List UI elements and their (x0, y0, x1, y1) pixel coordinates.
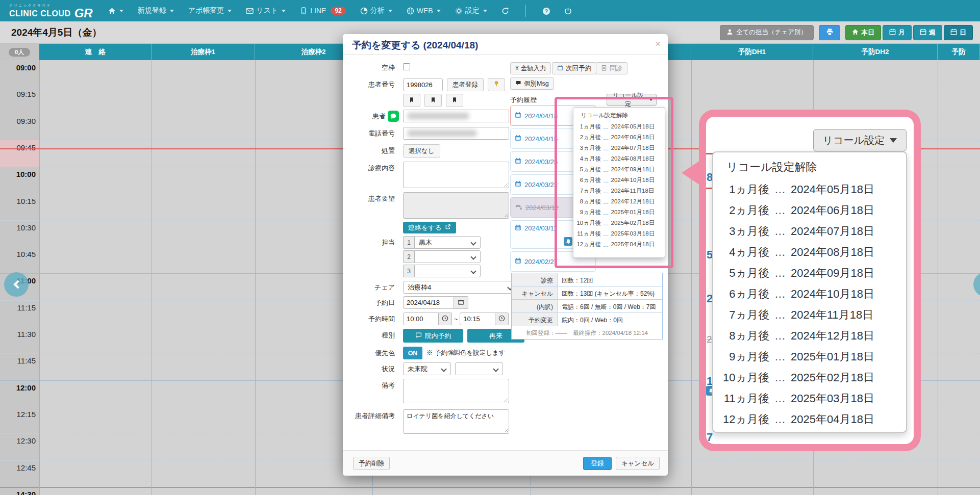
patient-name-input[interactable] (403, 110, 509, 122)
nav-list[interactable]: リスト (246, 6, 286, 15)
phone-input[interactable] (403, 127, 509, 140)
bookmark-button[interactable] (403, 94, 420, 107)
column-header-8[interactable]: 予防 (938, 44, 980, 60)
empty-slot-checkbox[interactable] (403, 63, 410, 70)
recall-option[interactable]: 1ヵ月後…2024年05月18日 (573, 121, 665, 132)
submit-button[interactable]: 登録 (583, 457, 612, 470)
nav-line[interactable]: LINE 92 (300, 7, 345, 15)
nav-refresh[interactable] (501, 7, 509, 15)
nav-logout[interactable] (564, 7, 572, 15)
bookmark-button[interactable] (424, 94, 442, 107)
stats-row-value: 電話：6回 / 無断：0回 / Web：7回 (558, 300, 662, 312)
recall-option[interactable]: 9ヵ月後…2025年01月18日 (713, 346, 906, 367)
recall-option[interactable]: 4ヵ月後…2024年08月18日 (713, 242, 906, 263)
recall-clear-option[interactable]: リコール設定解除 (573, 111, 665, 121)
recall-option-date: 2025年03月18日 (611, 230, 655, 238)
nav-home[interactable] (108, 7, 123, 15)
month-view-button[interactable]: 月 (883, 25, 912, 40)
pin-button[interactable] (488, 78, 505, 91)
recall-option-date: 2024年12月18日 (791, 328, 874, 344)
recall-settings-button[interactable]: リコール設定 (607, 94, 657, 106)
recall-option[interactable]: 7ヵ月後…2024年11月18日 (713, 304, 906, 325)
staff-select-2[interactable]: 2 (403, 250, 481, 263)
app-logo[interactable]: クリニッククラウド CLINIC CLOUD GR (9, 4, 93, 18)
nav-analysis[interactable]: 分析 (360, 6, 392, 15)
recall-option[interactable]: 2ヵ月後…2024年06月18日 (573, 132, 665, 143)
line-icon (388, 111, 399, 122)
recall-option[interactable]: 2ヵ月後…2024年06月18日 (713, 200, 906, 221)
interview-button[interactable]: 問診 (596, 62, 627, 74)
recall-option[interactable]: 8ヵ月後…2024年12月18日 (713, 325, 906, 346)
nav-appointment-book[interactable]: アポ帳変更 (188, 6, 232, 15)
end-time-input[interactable] (460, 312, 495, 325)
column-header-1[interactable]: 連 絡 (39, 44, 152, 60)
start-time-input[interactable] (403, 312, 439, 325)
care-content-textarea[interactable] (403, 162, 509, 188)
patient-register-button[interactable]: 患者登録 (447, 78, 484, 91)
recall-option[interactable]: 12ヵ月後…2025年04月18日 (713, 409, 906, 430)
chair-select[interactable]: 治療枠4 (403, 281, 517, 294)
next-appointment-button[interactable]: 次回予約 (552, 62, 596, 74)
nav-web[interactable]: WEB (407, 7, 441, 15)
recall-option[interactable]: 5ヵ月後…2024年09月18日 (573, 164, 665, 175)
recall-clear-option[interactable]: リコール設定解除 (713, 158, 906, 179)
printer-icon (826, 28, 834, 37)
remarks-textarea[interactable] (403, 379, 509, 403)
column-header-6[interactable]: 予防DH1 (691, 44, 813, 60)
bookmark-button[interactable] (446, 94, 463, 107)
staff-select-3[interactable]: 3 (403, 265, 481, 277)
contact-button[interactable]: 連絡をする (403, 222, 456, 233)
patient-number-input[interactable] (403, 79, 443, 91)
day-view-button[interactable]: 日 (944, 25, 973, 40)
nav-help[interactable]: ? (542, 7, 550, 15)
recall-option[interactable]: 5ヵ月後…2024年09月18日 (713, 263, 906, 283)
treatment-select-button[interactable]: 選択なし (403, 144, 440, 158)
in-clinic-reservation-button[interactable]: 院内予約 (403, 329, 463, 343)
date-picker-button[interactable] (454, 296, 468, 309)
nav-new-registration[interactable]: 新規登録 (138, 6, 174, 15)
recall-option[interactable]: 7ヵ月後…2024年11月18日 (573, 186, 665, 196)
amount-input-button[interactable]: ¥ 金額入力 (510, 62, 551, 74)
recall-option[interactable]: 10ヵ月後…2025年02月18日 (573, 218, 665, 228)
appointment-date-input[interactable] (403, 296, 454, 309)
recall-option[interactable]: 3ヵ月後…2024年07月18日 (573, 143, 665, 153)
recall-option[interactable]: 6ヵ月後…2024年10月18日 (713, 283, 906, 304)
priority-color-toggle[interactable]: ON (403, 347, 422, 359)
start-time-picker-button[interactable] (439, 312, 452, 325)
cancel-button[interactable]: キャンセル (616, 457, 660, 470)
staff-select-1[interactable]: 1 黒木 (403, 236, 481, 249)
recall-option[interactable]: 1ヵ月後…2024年05月18日 (713, 179, 906, 200)
recall-option[interactable]: 11ヵ月後…2025年03月18日 (713, 388, 906, 409)
week-view-button[interactable]: 週 (913, 25, 942, 40)
patient-detail-remarks-textarea[interactable]: ロイテリ菌を紹介してください (403, 409, 509, 434)
today-button[interactable]: 本日 (845, 25, 881, 40)
recall-option[interactable]: 12ヵ月後…2025年04月18日 (573, 239, 665, 250)
status-sub-select[interactable] (455, 362, 503, 375)
recall-option[interactable]: 11ヵ月後…2025年03月18日 (573, 228, 665, 239)
individual-message-button[interactable]: 個別Msg (510, 77, 554, 90)
refresh-icon (501, 7, 509, 15)
print-button[interactable] (819, 25, 840, 40)
end-time-picker-button[interactable] (495, 312, 509, 325)
column-header-7[interactable]: 予防DH2 (813, 44, 938, 60)
recall-option[interactable]: 8ヵ月後…2024年12月18日 (573, 196, 665, 207)
delete-appointment-button[interactable]: 予約削除 (353, 457, 390, 470)
nav-settings[interactable]: 設定 (455, 6, 487, 15)
bookmark-icon (451, 97, 458, 105)
close-icon[interactable]: × (655, 38, 661, 49)
recall-option[interactable]: 3ヵ月後…2024年07月18日 (713, 221, 906, 242)
recall-option-months: 3ヵ月後 (713, 224, 769, 239)
recall-option[interactable]: 10ヵ月後…2025年02月18日 (713, 367, 906, 388)
recall-option[interactable]: 6ヵ月後…2024年10月18日 (573, 175, 665, 186)
interview-label: 問診 (610, 64, 622, 73)
recall-settings-button-magnified[interactable]: リコール設定 (813, 129, 907, 151)
staff-filter-button[interactable]: 全ての担当（チェア別） (720, 25, 814, 40)
column-header-2[interactable]: 治療枠1 (152, 44, 255, 60)
recall-option[interactable]: 9ヵ月後…2025年01月18日 (573, 207, 665, 218)
status-select[interactable]: 未来院 (403, 362, 451, 375)
scroll-right-button[interactable] (973, 272, 980, 297)
recall-option[interactable]: 4ヵ月後…2024年08月18日 (573, 153, 665, 164)
scroll-left-button[interactable] (4, 272, 29, 297)
today-button-label: 本日 (861, 28, 874, 37)
recall-option-months: 4ヵ月後 (573, 155, 601, 163)
